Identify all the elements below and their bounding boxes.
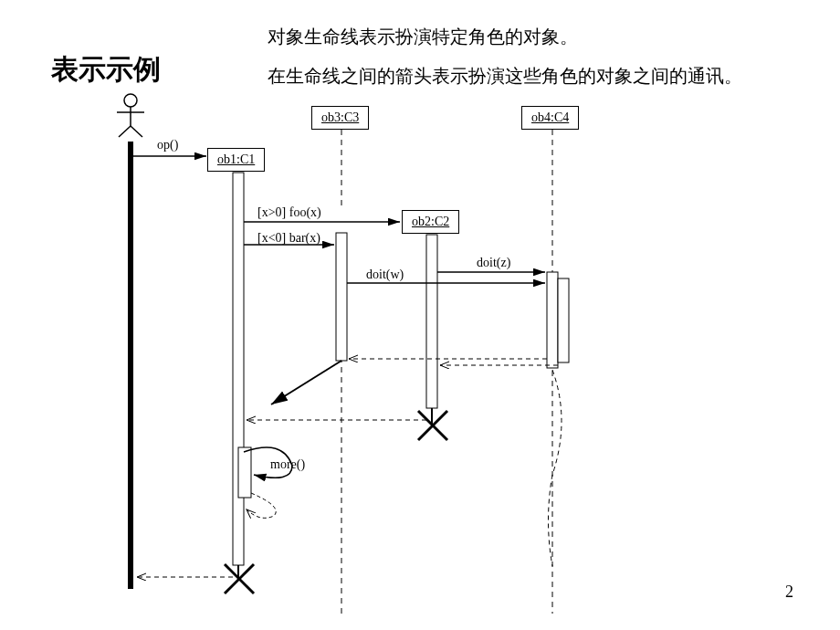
svg-point-0: [124, 94, 137, 107]
actor-lifeline: [128, 142, 133, 589]
ob4-activation-1: [547, 272, 558, 368]
ob3-activation: [336, 233, 347, 361]
ob1-activation: [233, 173, 244, 565]
svg-line-4: [131, 126, 142, 137]
ob4-activation-2: [558, 278, 569, 362]
return-ob3-ob1: [271, 361, 341, 404]
actor-icon: [117, 94, 144, 137]
svg-line-3: [119, 126, 131, 137]
ob1-nested-activation: [238, 447, 251, 498]
sequence-diagram-svg: [0, 0, 840, 630]
ob2-activation: [426, 235, 437, 408]
ob4-continuation: [549, 370, 562, 566]
